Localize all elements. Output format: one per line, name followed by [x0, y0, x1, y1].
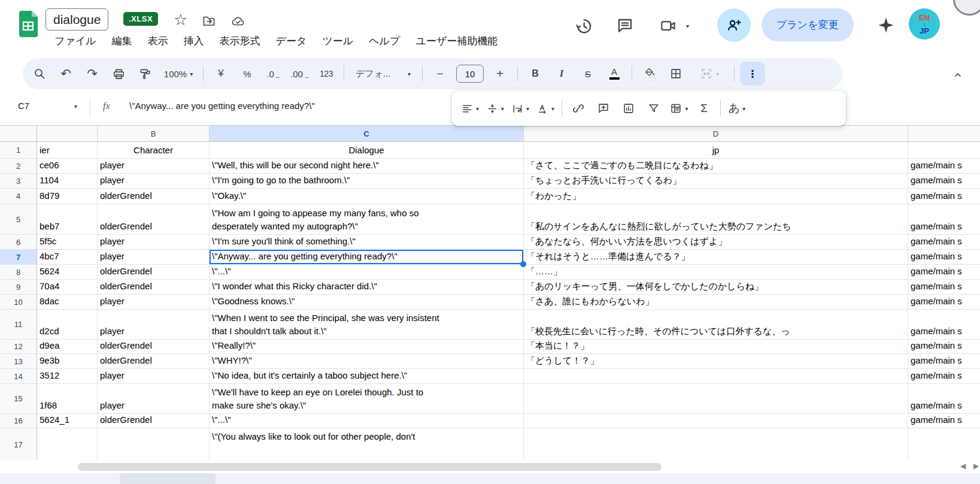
cell-D3[interactable]: 「ちょっとお手洗いに行ってくるわ」 [524, 174, 908, 189]
row-header-13[interactable]: 13 [0, 354, 37, 369]
strikethrough-button[interactable]: S [576, 62, 600, 86]
version-history-icon[interactable] [574, 16, 594, 36]
cell-E15[interactable]: game/main s [908, 384, 980, 414]
document-title[interactable]: dialogue [45, 8, 108, 31]
number-format-button[interactable]: 123 [314, 62, 338, 86]
cell-A2[interactable]: ce06 [37, 159, 98, 174]
text-color-button[interactable]: A [602, 62, 626, 86]
more-options-button[interactable]: ⋮ [740, 62, 765, 86]
cell-D8[interactable]: 「……」 [524, 265, 908, 280]
cell-A1[interactable]: ier [37, 142, 98, 159]
row-header-6[interactable]: 6 [0, 235, 37, 250]
cell-A6[interactable]: 5f5c [37, 235, 98, 250]
table-views-button[interactable]: ▾ [667, 97, 691, 120]
cell-D10[interactable]: 「さあ、誰にもわからないわ」 [524, 295, 908, 310]
menu-accessibility[interactable]: ユーザー補助機能 [408, 32, 505, 51]
cell-C9[interactable]: \"I wonder what this Ricky character did… [210, 280, 524, 295]
row-header-3[interactable]: 3 [0, 174, 37, 189]
cell-C17[interactable]: \"(You always like to look out for other… [210, 428, 524, 461]
cell-A17[interactable] [37, 428, 98, 461]
horizontal-scrollbar[interactable]: ◀ ▶ [0, 460, 980, 473]
cell-A9[interactable]: 70a4 [37, 280, 98, 295]
scroll-right-icon[interactable]: ▶ [973, 462, 979, 470]
cell-D4[interactable]: 「わかった」 [524, 189, 908, 204]
percent-format-button[interactable]: % [235, 62, 259, 86]
row-header-5[interactable]: 5 [0, 204, 37, 235]
column-header-D[interactable]: D [524, 126, 908, 142]
increase-decimal-button[interactable]: .00 → [288, 62, 312, 86]
cell-E9[interactable]: game/main s [908, 280, 980, 295]
row-header-7[interactable]: 7 [0, 250, 37, 265]
cell-C15[interactable]: \"We'll have to keep an eye on Lorelei t… [210, 384, 524, 414]
meet-camera-icon[interactable] [659, 17, 678, 35]
functions-button[interactable]: Σ [692, 97, 716, 120]
row-header-12[interactable]: 12 [0, 340, 37, 354]
row-header-4[interactable]: 4 [0, 189, 37, 204]
cell-B9[interactable]: olderGrendel [98, 280, 210, 295]
print-icon[interactable] [107, 62, 131, 86]
italic-button[interactable]: I [550, 62, 574, 86]
cell-A13[interactable]: 9e3b [37, 354, 98, 369]
insert-comment-button[interactable] [591, 97, 615, 120]
font-size-input[interactable]: 10 [456, 65, 484, 83]
hide-menus-button[interactable] [945, 63, 971, 86]
name-box-caret-icon[interactable]: ▾ [74, 103, 77, 110]
undo-icon[interactable]: ↶ [54, 62, 78, 86]
currency-format-button[interactable]: ¥ [209, 62, 233, 86]
menu-data[interactable]: データ [268, 32, 315, 51]
cell-E1[interactable] [908, 142, 980, 159]
cell-B6[interactable]: player [98, 235, 210, 250]
cell-C1[interactable]: Dialogue [210, 142, 524, 159]
cell-C14[interactable]: \"No idea, but it's certainly a taboo su… [210, 369, 524, 384]
input-tools-button[interactable]: あ ▾ [725, 97, 749, 120]
cell-B17[interactable] [98, 428, 210, 461]
horizontal-align-button[interactable]: ▾ [458, 97, 482, 120]
menu-file[interactable]: ファイル [47, 32, 104, 51]
scrollbar-thumb[interactable] [78, 463, 662, 471]
cell-E11[interactable]: game/main s [908, 310, 980, 340]
cell-B4[interactable]: olderGrendel [98, 189, 210, 204]
cell-B11[interactable]: player [98, 310, 210, 340]
increase-font-size-button[interactable]: + [488, 62, 512, 86]
account-avatar[interactable]: EN ↓ JP [909, 8, 940, 40]
cell-A8[interactable]: 5624 [37, 265, 98, 280]
row-header-10[interactable]: 10 [0, 295, 37, 310]
star-icon[interactable]: ☆ [174, 11, 187, 29]
cell-B5[interactable]: olderGrendel [98, 204, 210, 235]
cell-E16[interactable]: game/main s [908, 414, 980, 428]
cell-C12[interactable]: \"Really!?\" [210, 340, 524, 354]
cell-A14[interactable]: 3512 [37, 369, 98, 384]
cell-B13[interactable]: olderGrendel [98, 354, 210, 369]
cell-A15[interactable]: 1f68 [37, 384, 98, 414]
select-all-corner[interactable] [0, 126, 37, 142]
borders-button[interactable] [664, 62, 688, 86]
row-header-2[interactable]: 2 [0, 159, 37, 174]
cell-B15[interactable]: player [98, 384, 210, 414]
cell-A16[interactable]: 5624_1 [37, 414, 98, 428]
column-header-B[interactable]: B [98, 126, 210, 142]
cell-B3[interactable]: player [98, 174, 210, 189]
cell-E13[interactable]: game/main s [908, 354, 980, 369]
cell-D6[interactable]: 「あなたなら、何かいい方法を思いつくはずよ」 [524, 235, 908, 250]
decrease-font-size-button[interactable]: − [428, 62, 452, 86]
cell-C8[interactable]: \"...\" [210, 265, 524, 280]
cell-D9[interactable]: 「あのリッキーって男、一体何をしでかしたのかしらね」 [524, 280, 908, 295]
change-plan-button[interactable]: プランを変更 [761, 8, 854, 41]
zoom-select[interactable]: 100% ▾ [159, 62, 198, 86]
cell-D1[interactable]: jp [524, 142, 908, 159]
menu-view[interactable]: 表示 [140, 32, 176, 51]
move-folder-icon[interactable] [201, 14, 217, 28]
cell-A10[interactable]: 8dac [37, 295, 98, 310]
cell-B16[interactable]: olderGrendel [98, 414, 210, 428]
create-filter-button[interactable] [642, 97, 666, 120]
cell-E10[interactable]: game/main s [908, 295, 980, 310]
search-icon[interactable] [28, 62, 51, 86]
fill-handle[interactable] [520, 261, 526, 267]
merge-cells-button[interactable]: ▾ [690, 62, 729, 86]
cell-A4[interactable]: 8d79 [37, 189, 98, 204]
cell-A3[interactable]: 1104 [37, 174, 98, 189]
cell-C6[interactable]: \"I'm sure you'll think of something.\" [210, 235, 524, 250]
cell-D5[interactable]: 「私のサインをあんなに熱烈に欲しがっていた大勢のファンたち [524, 204, 908, 235]
cell-E7[interactable]: game/main s [908, 250, 980, 265]
cell-A5[interactable]: beb7 [37, 204, 98, 235]
